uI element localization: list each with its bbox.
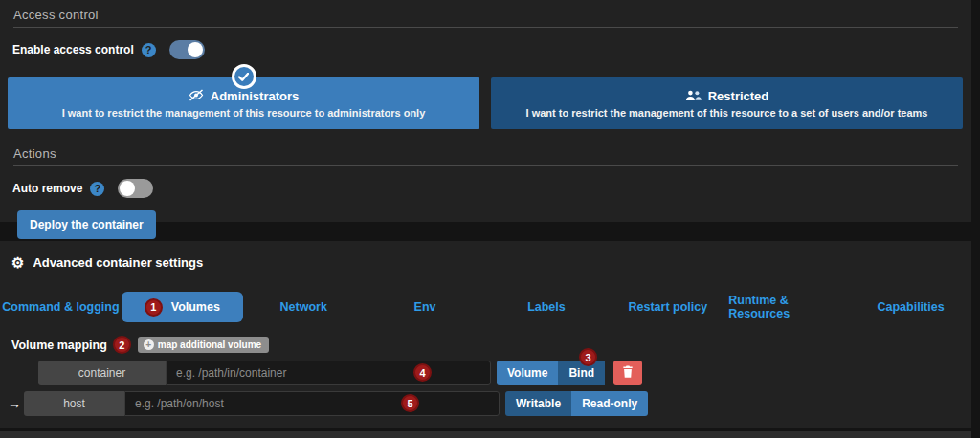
volume-row-container: container 4 Volume Bind 3 bbox=[38, 361, 971, 385]
administrators-option-label: Administrators bbox=[211, 89, 299, 103]
volume-type-toggle-group: Volume Bind 3 bbox=[497, 361, 605, 385]
read-only-button[interactable]: Read-only bbox=[571, 391, 648, 416]
next-widget-edge bbox=[0, 431, 971, 438]
plus-circle-icon: + bbox=[144, 339, 154, 350]
tab-labels[interactable]: Labels bbox=[486, 292, 608, 322]
auto-remove-row: Auto remove ? bbox=[12, 179, 971, 198]
annotation-badge-1: 1 bbox=[145, 298, 163, 317]
map-additional-volume-button[interactable]: + map additional volume bbox=[138, 337, 269, 353]
tab-label: Env bbox=[414, 300, 436, 314]
access-control-panel: Access control Enable access control ? A… bbox=[0, 0, 971, 222]
tab-capabilities[interactable]: Capabilities bbox=[850, 292, 971, 322]
access-option-administrators[interactable]: Administrators I want to restrict the ma… bbox=[8, 77, 479, 129]
tab-label: Restart policy bbox=[628, 300, 707, 314]
tab-env[interactable]: Env bbox=[365, 292, 486, 322]
host-path-input[interactable] bbox=[124, 391, 500, 416]
gear-icon: ⚙ bbox=[11, 255, 24, 270]
eye-slash-icon bbox=[189, 89, 204, 104]
trash-icon bbox=[622, 365, 634, 381]
annotation-badge-3: 3 bbox=[579, 348, 597, 366]
auto-remove-toggle[interactable] bbox=[118, 179, 153, 198]
tab-label: Command & logging bbox=[2, 300, 119, 314]
enable-access-control-label: Enable access control bbox=[12, 43, 134, 56]
arrow-right-icon: → bbox=[8, 396, 24, 411]
remove-volume-button[interactable] bbox=[613, 361, 642, 385]
toggle-knob bbox=[120, 181, 135, 196]
volume-type-button[interactable]: Volume bbox=[497, 361, 558, 385]
restricted-option-title: Restricted bbox=[685, 89, 769, 104]
tab-label: Volumes bbox=[171, 300, 220, 314]
restricted-option-label: Restricted bbox=[708, 89, 769, 103]
access-mode-toggle-group: Writable Read-only bbox=[505, 391, 648, 416]
tab-network[interactable]: Network bbox=[243, 292, 365, 322]
advanced-settings-panel: ⚙ Advanced container settings Command & … bbox=[0, 241, 971, 428]
auto-remove-label: Auto remove bbox=[12, 182, 82, 195]
enable-access-control-row: Enable access control ? bbox=[12, 40, 971, 59]
administrators-option-title: Administrators bbox=[189, 89, 299, 104]
restricted-option-description: I want to restrict the management of thi… bbox=[526, 107, 928, 119]
access-option-restricted[interactable]: Restricted I want to restrict the manage… bbox=[491, 77, 963, 129]
tab-label: Network bbox=[280, 300, 327, 314]
annotation-badge-2: 2 bbox=[113, 336, 131, 354]
tab-restart-policy[interactable]: Restart policy bbox=[607, 292, 728, 322]
toggle-knob bbox=[188, 42, 203, 57]
container-field-label: container bbox=[38, 361, 166, 385]
selected-check-icon bbox=[232, 64, 256, 89]
access-control-options: Administrators I want to restrict the ma… bbox=[8, 77, 963, 129]
tab-runtime-resources[interactable]: Runtime & Resources bbox=[728, 292, 850, 322]
volume-row-host: → host 5 Writable Read-only bbox=[8, 391, 971, 416]
administrators-option-description: I want to restrict the management of thi… bbox=[62, 107, 426, 119]
users-icon bbox=[685, 89, 702, 104]
actions-title: Actions bbox=[13, 139, 958, 166]
volume-mapping-header: Volume mapping 2 + map additional volume bbox=[11, 336, 971, 354]
access-control-title: Access control bbox=[13, 0, 958, 28]
map-additional-volume-label: map additional volume bbox=[158, 339, 261, 350]
host-input-wrap: 5 bbox=[124, 391, 500, 416]
tab-label: Capabilities bbox=[877, 300, 944, 314]
volume-mapping-title: Volume mapping bbox=[11, 339, 107, 352]
host-field-label: host bbox=[24, 391, 124, 416]
enable-access-control-toggle[interactable] bbox=[169, 40, 205, 59]
help-icon[interactable]: ? bbox=[142, 43, 156, 57]
settings-tabs: Command & logging 1 Volumes Network Env … bbox=[0, 292, 971, 322]
writable-button[interactable]: Writable bbox=[505, 391, 571, 416]
annotation-badge-4: 4 bbox=[413, 363, 432, 382]
advanced-settings-header: ⚙ Advanced container settings bbox=[0, 241, 971, 270]
advanced-settings-title: Advanced container settings bbox=[33, 255, 203, 270]
help-icon[interactable]: ? bbox=[90, 182, 104, 196]
container-input-wrap: 4 bbox=[166, 361, 491, 385]
tab-label: Labels bbox=[527, 300, 566, 314]
tab-volumes[interactable]: 1 Volumes bbox=[122, 292, 243, 322]
tab-command-logging[interactable]: Command & logging bbox=[0, 292, 122, 322]
container-path-input[interactable] bbox=[166, 361, 491, 385]
deploy-container-button[interactable]: Deploy the container bbox=[17, 210, 156, 239]
annotation-badge-5: 5 bbox=[401, 394, 419, 412]
tab-label: Runtime & Resources bbox=[728, 294, 850, 320]
